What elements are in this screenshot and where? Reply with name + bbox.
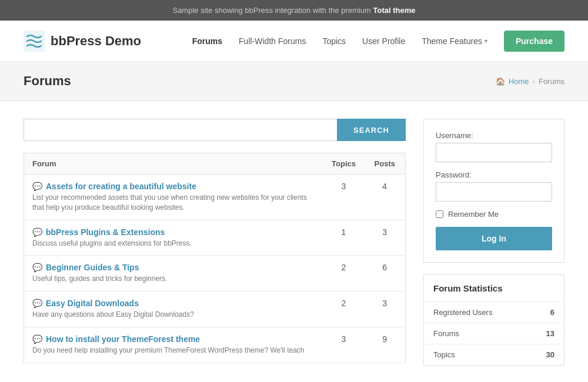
table-row: 💬 How to install your ThemeForest theme …	[24, 327, 406, 363]
stat-label: Topics	[433, 350, 455, 359]
forum-statistics-box: Forum Statistics Registered Users 6 Foru…	[423, 274, 564, 366]
forum-topics-count: 3	[323, 327, 365, 363]
logo-icon	[24, 31, 45, 52]
right-column: Username: Password: Remember Me Log In F…	[423, 119, 564, 366]
forum-posts-count: 3	[365, 291, 406, 327]
breadcrumb-home[interactable]: Home	[509, 77, 529, 86]
stat-value: 13	[546, 329, 554, 338]
forum-posts-count: 9	[365, 327, 406, 363]
remember-me-row: Remember Me	[436, 210, 552, 219]
chevron-down-icon: ▾	[485, 38, 487, 44]
forum-cell: 💬 bbPress Plugins & Extensions Discuss u…	[24, 220, 323, 256]
stats-title: Forum Statistics	[424, 275, 564, 301]
search-bar: SEARCH	[24, 119, 406, 141]
forum-bubble-icon: 💬	[32, 182, 42, 191]
forum-name-link[interactable]: 💬 Assets for creating a beautiful websit…	[32, 182, 315, 191]
stat-label: Registered Users	[433, 308, 492, 317]
forum-topics-count: 1	[323, 220, 365, 256]
stat-value: 6	[550, 308, 554, 317]
table-header-row: Forum Topics Posts	[24, 153, 406, 175]
forum-posts-count: 3	[365, 220, 406, 256]
stats-row: Topics 30	[424, 344, 564, 365]
table-row: 💬 Assets for creating a beautiful websit…	[24, 175, 406, 220]
forum-cell: 💬 Beginner Guides & Tips Useful tips, gu…	[24, 256, 323, 291]
forum-bubble-icon: 💬	[32, 263, 42, 272]
stat-label: Forums	[433, 329, 459, 338]
stats-row: Forums 13	[424, 323, 564, 344]
top-banner: Sample site showing bbPress integration …	[0, 0, 588, 21]
stats-row: Registered Users 6	[424, 301, 564, 323]
forum-name-link[interactable]: 💬 Easy Digital Downloads	[32, 299, 315, 308]
stat-value: 30	[546, 350, 554, 359]
main-content: SEARCH Forum Topics Posts 💬 Assets for c…	[0, 101, 588, 382]
nav-forums[interactable]: Forums	[192, 36, 222, 46]
nav-user-profile[interactable]: User Profile	[362, 36, 405, 46]
forum-desc: Do you need help installing your premium…	[32, 346, 315, 356]
table-row: 💬 bbPress Plugins & Extensions Discuss u…	[24, 220, 406, 256]
login-box: Username: Password: Remember Me Log In	[423, 119, 564, 263]
site-header: bbPress Demo Forums Full-Width Forums To…	[0, 21, 588, 62]
nav-theme-features[interactable]: Theme Features ▾	[422, 36, 487, 46]
forum-bubble-icon: 💬	[32, 334, 42, 344]
breadcrumb-current: Forums	[539, 77, 564, 86]
left-column: SEARCH Forum Topics Posts 💬 Assets for c…	[24, 119, 406, 366]
purchase-button[interactable]: Purchase	[504, 31, 564, 52]
forum-name-link[interactable]: 💬 Beginner Guides & Tips	[32, 263, 315, 272]
forum-cell: 💬 Easy Digital Downloads Have any questi…	[24, 291, 323, 327]
logo-text: bbPress Demo	[51, 33, 141, 49]
remember-me-label: Remember Me	[448, 210, 499, 219]
nav-full-width-forums[interactable]: Full-Width Forums	[239, 36, 306, 46]
site-nav: Forums Full-Width Forums Topics User Pro…	[192, 31, 564, 52]
forum-desc: Discuss useful plugins and extensions fo…	[32, 239, 315, 249]
log-in-button[interactable]: Log In	[436, 227, 552, 250]
forum-posts-count: 4	[365, 175, 406, 220]
forum-bubble-icon: 💬	[32, 227, 42, 237]
forum-name-link[interactable]: 💬 How to install your ThemeForest theme	[32, 334, 315, 344]
forum-table: Forum Topics Posts 💬 Assets for creating…	[24, 153, 406, 363]
forum-desc: List your recommended assets that you us…	[32, 193, 315, 213]
forum-topics-count: 2	[323, 256, 365, 291]
breadcrumb: 🏠 Home › Forums	[496, 77, 564, 86]
forum-posts-count: 6	[365, 256, 406, 291]
col-posts: Posts	[365, 153, 406, 175]
table-row: 💬 Beginner Guides & Tips Useful tips, gu…	[24, 256, 406, 291]
page-title-bar: Forums 🏠 Home › Forums	[0, 62, 588, 101]
col-forum: Forum	[24, 153, 323, 175]
nav-topics[interactable]: Topics	[322, 36, 346, 46]
username-label: Username:	[436, 131, 552, 140]
forum-desc: Useful tips, guides and tricks for begin…	[32, 274, 315, 284]
forum-name-link[interactable]: 💬 bbPress Plugins & Extensions	[32, 227, 315, 237]
forum-bubble-icon: 💬	[32, 299, 42, 308]
forum-desc: Have any questions about Easy Digital Do…	[32, 310, 315, 320]
remember-me-checkbox[interactable]	[436, 210, 443, 218]
home-icon: 🏠	[496, 77, 505, 86]
forum-cell: 💬 Assets for creating a beautiful websit…	[24, 175, 323, 220]
forum-topics-count: 2	[323, 291, 365, 327]
password-label: Password:	[436, 170, 552, 179]
search-button[interactable]: SEARCH	[337, 119, 406, 141]
site-logo[interactable]: bbPress Demo	[24, 31, 141, 52]
username-input[interactable]	[436, 143, 552, 162]
forum-topics-count: 3	[323, 175, 365, 220]
page-title: Forums	[24, 73, 71, 89]
table-row: 💬 Easy Digital Downloads Have any questi…	[24, 291, 406, 327]
col-topics: Topics	[323, 153, 365, 175]
search-input[interactable]	[24, 119, 337, 141]
breadcrumb-separator: ›	[533, 77, 535, 86]
forum-cell: 💬 How to install your ThemeForest theme …	[24, 327, 323, 363]
password-input[interactable]	[436, 182, 552, 202]
